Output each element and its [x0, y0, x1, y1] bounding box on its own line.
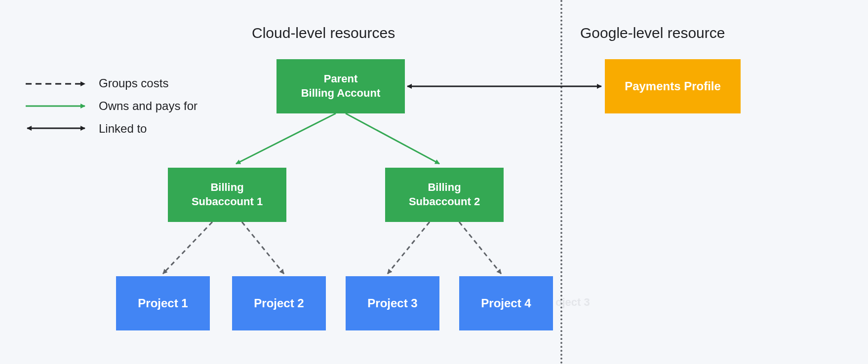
parent-billing-line2: Billing Account — [301, 86, 381, 101]
project-3-label: Project 3 — [367, 295, 417, 311]
legend: Groups costs Owns and pays for Linked to — [25, 76, 197, 145]
svg-line-6 — [163, 222, 212, 274]
legend-groups-costs: Groups costs — [25, 76, 197, 90]
project-3-node: Project 3 — [346, 276, 439, 330]
svg-line-4 — [236, 113, 336, 164]
google-resource-title: Google-level resource — [580, 25, 725, 41]
subaccount-2-node: Billing Subaccount 2 — [385, 168, 504, 222]
ghost-text: oject 3 — [555, 296, 590, 309]
subaccount-1-node: Billing Subaccount 1 — [168, 168, 286, 222]
svg-line-5 — [346, 113, 439, 164]
project-4-node: Project 4 — [459, 276, 553, 330]
project-4-label: Project 4 — [481, 295, 531, 311]
vertical-divider — [560, 0, 562, 364]
payments-profile-label: Payments Profile — [625, 78, 721, 94]
payments-profile-node: Payments Profile — [605, 59, 741, 113]
legend-owns-pays-label: Owns and pays for — [99, 99, 197, 113]
project-2-label: Project 2 — [254, 295, 304, 311]
legend-owns-pays: Owns and pays for — [25, 99, 197, 113]
parent-billing-line1: Parent — [301, 72, 381, 86]
svg-line-9 — [459, 222, 501, 274]
legend-linked-to-label: Linked to — [99, 122, 147, 136]
subaccount1-line2: Subaccount 1 — [192, 195, 263, 209]
legend-linked-to: Linked to — [25, 122, 197, 136]
svg-line-8 — [388, 222, 430, 274]
parent-billing-account-node: Parent Billing Account — [276, 59, 405, 113]
cloud-resources-title: Cloud-level resources — [252, 25, 395, 41]
subaccount2-line2: Subaccount 2 — [409, 195, 480, 209]
subaccount1-line1: Billing — [192, 181, 263, 195]
legend-groups-costs-label: Groups costs — [99, 76, 168, 90]
project-1-node: Project 1 — [116, 276, 210, 330]
subaccount2-line1: Billing — [409, 181, 480, 195]
project-1-label: Project 1 — [138, 295, 188, 311]
project-2-node: Project 2 — [232, 276, 326, 330]
svg-line-7 — [242, 222, 284, 274]
